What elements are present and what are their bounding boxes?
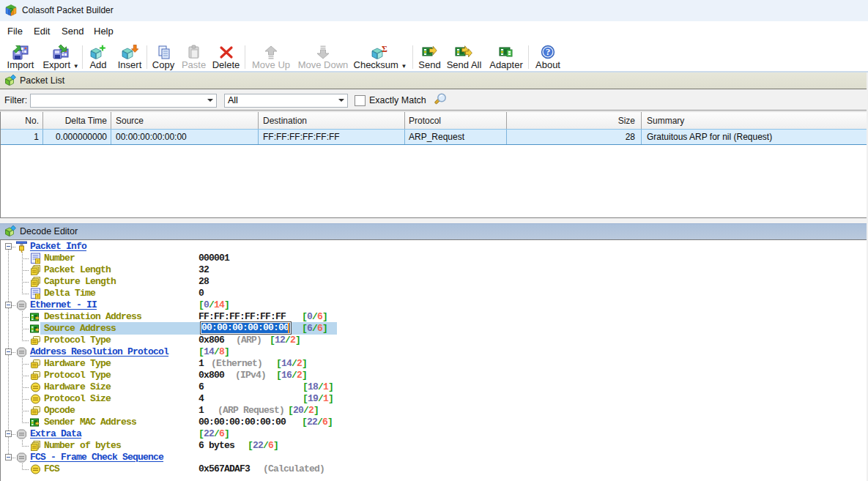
svg-text:?: ? [546,47,550,57]
svg-text:Σ: Σ [382,45,387,54]
